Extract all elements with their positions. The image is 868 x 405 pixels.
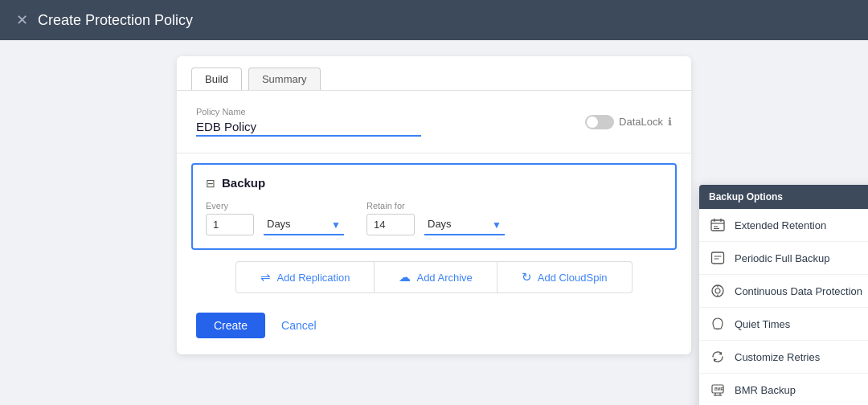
action-row: ⇌ Add Replication ☁ Add Archive ↻ Add Cl…	[191, 250, 677, 301]
every-unit-select[interactable]: Days Weeks Months Years	[264, 214, 344, 235]
quiet-times-label: Quiet Times	[735, 318, 790, 330]
periodic-full-backup-icon	[709, 249, 727, 267]
customize-retries-icon	[709, 348, 727, 366]
retain-input[interactable]	[366, 214, 415, 235]
policy-card: Build Summary Policy Name DataLock ℹ	[177, 56, 691, 354]
option-bmr-backup[interactable]: BMR BMR Backup	[699, 374, 868, 405]
option-continuous-data-protection[interactable]: Continuous Data Protection	[699, 275, 868, 308]
bmr-backup-icon: BMR	[709, 381, 727, 399]
backup-title: Backup	[222, 176, 265, 190]
add-cloudspin-button[interactable]: ↻ Add CloudSpin	[497, 261, 633, 293]
every-label: Every	[206, 201, 254, 211]
continuous-data-protection-label: Continuous Data Protection	[735, 285, 862, 297]
add-replication-label: Add Replication	[276, 272, 350, 284]
info-icon[interactable]: ℹ	[668, 116, 672, 128]
retain-field-group: Retain for	[366, 201, 415, 235]
extended-retention-label: Extended Retention	[735, 219, 826, 231]
option-periodic-full-backup[interactable]: Periodic Full Backup	[699, 242, 868, 275]
cloudspin-icon: ↻	[522, 270, 532, 284]
every-unit-wrapper: Days Weeks Months Years ▼	[264, 214, 344, 235]
svg-point-8	[715, 288, 720, 293]
svg-text:BMR: BMR	[714, 387, 724, 391]
svg-rect-6	[712, 252, 724, 264]
tab-summary[interactable]: Summary	[248, 68, 321, 90]
add-archive-button[interactable]: ☁ Add Archive	[375, 261, 497, 293]
retain-unit-wrapper: Days Weeks Months Years ▼	[424, 214, 505, 235]
backup-section: ⊟ Backup Every Days Weeks Months Years ▼	[191, 163, 677, 250]
datalock-row: DataLock ℹ	[585, 115, 672, 129]
archive-icon: ☁	[399, 270, 411, 284]
policy-name-section: Policy Name DataLock ℹ	[177, 91, 691, 153]
datalock-label: DataLock	[619, 116, 663, 128]
header-bar: ✕ Create Protection Policy	[0, 0, 868, 40]
option-extended-retention[interactable]: Extended Retention	[699, 209, 868, 242]
backup-header: ⊟ Backup	[206, 176, 662, 190]
every-input[interactable]	[206, 214, 254, 235]
replication-icon: ⇌	[260, 270, 271, 284]
backup-fields: Every Days Weeks Months Years ▼ Retain f…	[206, 201, 662, 235]
bmr-backup-label: BMR Backup	[735, 384, 796, 396]
tab-build[interactable]: Build	[191, 68, 242, 90]
main-content: Build Summary Policy Name DataLock ℹ	[0, 40, 868, 405]
add-archive-label: Add Archive	[416, 272, 472, 284]
add-replication-button[interactable]: ⇌ Add Replication	[235, 261, 375, 293]
option-customize-retries[interactable]: Customize Retries	[699, 341, 868, 374]
customize-retries-label: Customize Retries	[735, 351, 820, 363]
datalock-toggle[interactable]	[585, 115, 614, 129]
backup-options-header: Backup Options	[699, 185, 868, 209]
dialog-title: Create Protection Policy	[38, 12, 193, 29]
extended-retention-icon	[709, 216, 727, 234]
buttons-row: Create Cancel	[177, 301, 691, 354]
policy-name-label: Policy Name	[196, 107, 421, 117]
add-cloudspin-label: Add CloudSpin	[538, 272, 608, 284]
option-quiet-times[interactable]: Quiet Times	[699, 308, 868, 341]
quiet-times-icon	[709, 315, 727, 333]
retain-label: Retain for	[366, 201, 415, 211]
policy-name-row: Policy Name DataLock ℹ	[196, 107, 672, 137]
policy-name-field-group: Policy Name	[196, 107, 421, 137]
create-button[interactable]: Create	[196, 313, 265, 338]
cancel-button[interactable]: Cancel	[275, 313, 323, 338]
backup-options-dropdown: Backup Options Extended Retention	[699, 185, 868, 405]
periodic-full-backup-label: Periodic Full Backup	[735, 252, 830, 264]
every-field-group: Every	[206, 201, 254, 235]
close-icon[interactable]: ✕	[16, 11, 28, 29]
policy-name-input[interactable]	[196, 120, 421, 137]
toggle-knob	[587, 117, 598, 128]
retain-unit-select[interactable]: Days Weeks Months Years	[424, 214, 505, 235]
continuous-data-protection-icon	[709, 282, 727, 300]
tabs-row: Build Summary	[177, 56, 691, 91]
backup-icon: ⊟	[206, 177, 215, 190]
